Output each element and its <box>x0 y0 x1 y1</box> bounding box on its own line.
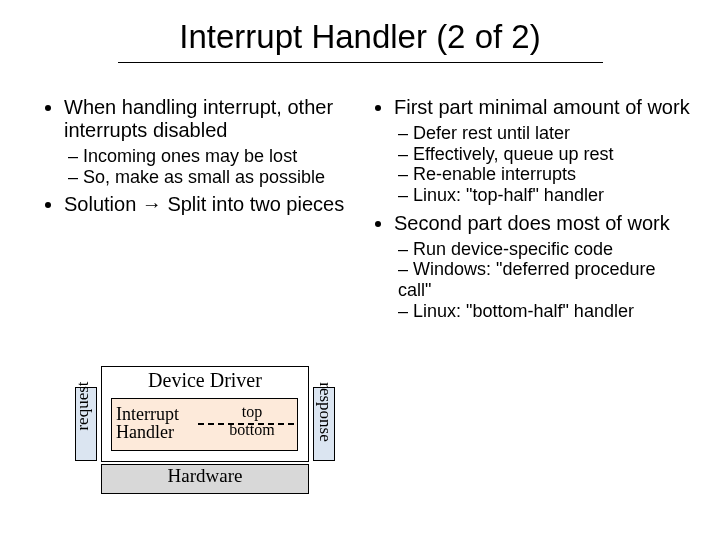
bullet: First part minimal amount of work <box>394 96 690 119</box>
sub-bullet: So, make as small as possible <box>68 167 360 188</box>
bullet: Solution → Split into two pieces <box>64 193 360 216</box>
text: Split into two pieces <box>162 193 344 215</box>
interrupt-handler-box: Interrupt Handler top bottom <box>111 398 298 451</box>
interrupt-handler-label: Interrupt Handler <box>116 405 179 441</box>
top-bottom-labels: top bottom <box>212 403 292 439</box>
sub-bullet: Run device-specific code <box>398 239 690 260</box>
right-column: First part minimal amount of work Defer … <box>380 96 690 328</box>
sub-bullet: Re-enable interrupts <box>398 164 690 185</box>
sub-bullet: Linux: "top-half" handler <box>398 185 690 206</box>
device-driver-label: Device Driver <box>102 369 308 392</box>
diagram: request response Device Driver Interrupt… <box>75 366 335 511</box>
bullet: When handling interrupt, other interrupt… <box>64 96 360 142</box>
slide: Interrupt Handler (2 of 2) When handling… <box>0 0 720 540</box>
response-label: response <box>315 372 335 452</box>
slide-title: Interrupt Handler (2 of 2) <box>0 18 720 56</box>
arrow-icon: → <box>142 193 162 215</box>
hardware-box: Hardware <box>101 464 309 494</box>
content-columns: When handling interrupt, other interrupt… <box>50 96 690 328</box>
sub-bullet: Effectively, queue up rest <box>398 144 690 165</box>
top-label: top <box>212 403 292 421</box>
sub-bullet: Defer rest until later <box>398 123 690 144</box>
sub-bullet: Incoming ones may be lost <box>68 146 360 167</box>
left-column: When handling interrupt, other interrupt… <box>50 96 360 328</box>
sub-bullet: Linux: "bottom-half" handler <box>398 301 690 322</box>
text: Solution <box>64 193 142 215</box>
title-underline <box>118 62 603 63</box>
sub-bullet: Windows: "deferred procedure call" <box>398 259 690 300</box>
bullet: Second part does most of work <box>394 212 690 235</box>
top-bottom-divider <box>198 423 294 425</box>
request-label: request <box>73 370 93 442</box>
